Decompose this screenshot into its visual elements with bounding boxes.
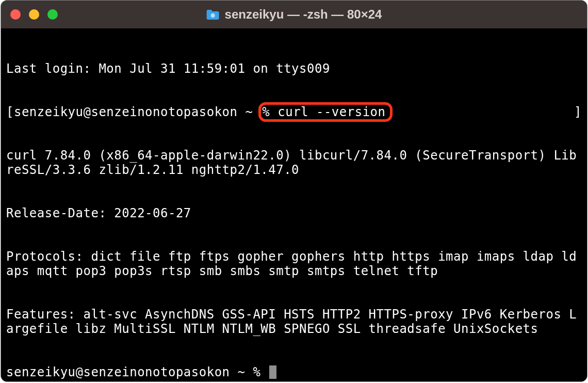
terminal-output-line: curl 7.84.0 (x86_64-apple-darwin22.0) li… — [6, 148, 582, 177]
svg-point-0 — [211, 13, 215, 18]
prompt-text: senzeikyu@senzeinonotopasokon ~ % — [6, 365, 268, 379]
prompt-close-bracket: ] — [574, 105, 582, 119]
title-bar[interactable]: senzeikyu — -zsh — 80×24 — [1, 1, 587, 28]
terminal-output-line: Features: alt-svc AsynchDNS GSS-API HSTS… — [6, 307, 582, 336]
traffic-lights — [10, 9, 58, 20]
terminal-output-line: Last login: Mon Jul 31 11:59:01 on ttys0… — [6, 61, 582, 76]
terminal-body[interactable]: Last login: Mon Jul 31 11:59:01 on ttys0… — [1, 28, 587, 381]
maximize-button[interactable] — [47, 9, 58, 20]
window-title: senzeikyu — -zsh — 80×24 — [206, 7, 382, 22]
terminal-prompt-line: senzeikyu@senzeinonotopasokon ~ % — [6, 365, 582, 379]
prompt-text: senzeikyu@senzeinonotopasokon ~ — [14, 105, 260, 119]
terminal-prompt-line: [senzeikyu@senzeinonotopasokon ~ % curl … — [6, 105, 582, 119]
close-button[interactable] — [10, 9, 21, 20]
cursor — [269, 365, 276, 379]
folder-icon — [206, 9, 220, 20]
terminal-output-line: Release-Date: 2022-06-27 — [6, 206, 582, 220]
terminal-output-line: Protocols: dict file ftp ftps gopher gop… — [6, 249, 582, 278]
prompt-open-bracket: [ — [6, 105, 14, 119]
terminal-window: senzeikyu — -zsh — 80×24 Last login: Mon… — [1, 1, 587, 381]
command-highlight: % curl --version — [258, 102, 392, 122]
minimize-button[interactable] — [29, 9, 39, 20]
window-title-text: senzeikyu — -zsh — 80×24 — [225, 7, 382, 22]
command-text: % curl --version — [262, 105, 385, 119]
